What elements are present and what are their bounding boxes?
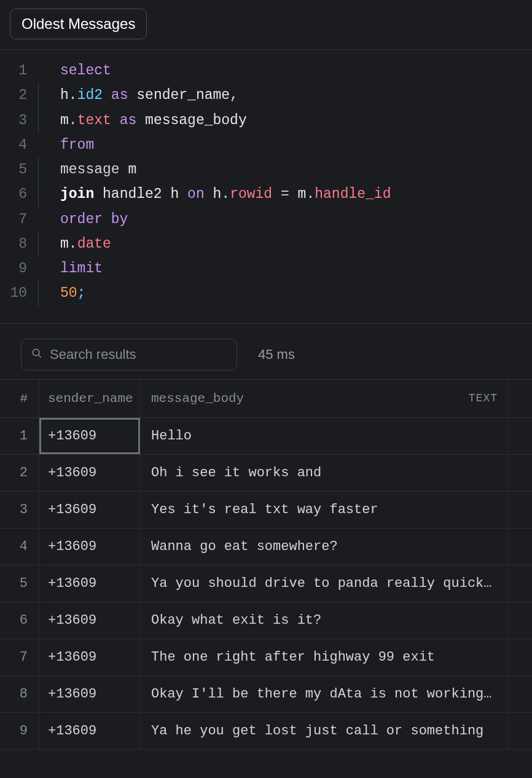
header: Oldest Messages [0,0,532,49]
table-row[interactable]: 3+13609Yes it's real txt way faster [0,492,532,528]
cell-index: 1 [0,418,39,454]
code-content: from [60,133,94,157]
cell-message[interactable]: The one right after highway 99 exit [140,639,507,675]
table-row[interactable]: 6+13609Okay what exit is it? [0,602,532,639]
cell-sender[interactable]: +13609 [39,713,140,749]
svg-point-0 [33,349,39,356]
code-content: h.id2 as sender_name, [60,83,238,108]
code-line[interactable]: 3m.text as message_body [0,108,532,133]
cell-sender[interactable]: +13609 [39,528,140,565]
table-row[interactable]: 8+13609Okay I'll be there my dAta is not… [0,676,532,713]
sql-editor[interactable]: 1select2h.id2 as sender_name,3m.text as … [0,49,532,323]
table-row[interactable]: 4+13609Wanna go eat somewhere? [0,528,532,565]
cell-sender[interactable]: +13609 [39,418,140,454]
grid-header-row: # sender_name message_body TEXT [0,380,532,418]
code-content: select [60,58,111,83]
code-line[interactable]: 8m.date [0,232,532,256]
cell-sender[interactable]: +13609 [39,492,140,528]
indent-guide [38,281,60,305]
grid-gutter-right [507,676,532,712]
grid-gutter-right [507,565,532,602]
cell-index: 7 [0,639,39,675]
col-header-message-label: message_body [151,391,244,406]
grid-gutter-right [507,602,532,639]
cell-message[interactable]: Yes it's real txt way faster [140,492,507,528]
col-type-badge: TEXT [469,392,498,404]
code-line[interactable]: 6join handle2 h on h.rowid = m.handle_id [0,182,532,206]
svg-line-1 [38,355,41,358]
cell-sender[interactable]: +13609 [39,676,140,712]
line-number: 10 [0,281,38,305]
code-content: 50; [60,281,85,305]
table-row[interactable]: 1+13609Hello [0,418,532,455]
cell-message[interactable]: Hello [140,418,507,454]
code-content: join handle2 h on h.rowid = m.handle_id [60,182,391,206]
indent-guide [38,182,60,206]
line-number: 9 [0,256,38,281]
line-number: 3 [0,108,38,133]
col-header-sender[interactable]: sender_name [39,380,140,417]
table-row[interactable]: 9+13609Ya he you get lost just call or s… [0,713,532,750]
indent-guide [38,83,60,108]
cell-sender[interactable]: +13609 [39,639,140,675]
search-icon [31,347,42,363]
code-line[interactable]: 5message m [0,157,532,182]
cell-message[interactable]: Wanna go eat somewhere? [140,528,507,565]
query-timing: 45 ms [258,347,295,363]
cell-message[interactable]: Okay I'll be there my dAta is not workin… [140,676,507,712]
code-line[interactable]: 1050; [0,281,532,305]
search-results-input[interactable]: Search results [21,339,237,371]
line-number: 8 [0,232,38,256]
grid-gutter-right [507,528,532,565]
indent-guide [38,232,60,256]
indent-guide [38,108,60,133]
cell-index: 9 [0,713,39,749]
indent-guide [38,157,60,182]
code-line[interactable]: 7order by [0,207,532,232]
cell-index: 8 [0,676,39,712]
cell-message[interactable]: Okay what exit is it? [140,602,507,639]
line-number: 6 [0,182,38,206]
tab-oldest-messages[interactable]: Oldest Messages [10,9,147,39]
col-header-message[interactable]: message_body TEXT [140,380,507,417]
cell-message[interactable]: Ya he you get lost just call or somethin… [140,713,507,749]
table-row[interactable]: 7+13609The one right after highway 99 ex… [0,639,532,676]
code-content: message m [60,157,136,182]
table-row[interactable]: 2+13609Oh i see it works and [0,455,532,492]
cell-index: 2 [0,455,39,491]
cell-message[interactable]: Oh i see it works and [140,455,507,491]
code-content: order by [60,207,128,232]
results-toolbar: Search results 45 ms [0,323,532,379]
cell-message[interactable]: Ya you should drive to panda really quic… [140,565,507,602]
cell-sender[interactable]: +13609 [39,455,140,491]
line-number: 1 [0,58,38,83]
code-line[interactable]: 4from [0,133,532,157]
cell-index: 6 [0,602,39,639]
grid-gutter-right [507,492,532,528]
grid-gutter-right [507,639,532,675]
grid-gutter-right [507,713,532,749]
cell-index: 4 [0,528,39,565]
code-content: m.date [60,232,111,256]
results-grid[interactable]: # sender_name message_body TEXT 1+13609H… [0,379,532,750]
code-line[interactable]: 1select [0,58,532,83]
code-content: limit [60,256,103,281]
grid-gutter-right [507,418,532,454]
search-placeholder: Search results [50,347,136,363]
line-number: 2 [0,83,38,108]
cell-index: 5 [0,565,39,602]
grid-gutter-right [507,455,532,491]
code-line[interactable]: 2h.id2 as sender_name, [0,83,532,108]
code-content: m.text as message_body [60,108,247,133]
code-line[interactable]: 9limit [0,256,532,281]
line-number: 5 [0,157,38,182]
cell-sender[interactable]: +13609 [39,565,140,602]
cell-sender[interactable]: +13609 [39,602,140,639]
table-row[interactable]: 5+13609Ya you should drive to panda real… [0,565,532,602]
line-number: 4 [0,133,38,157]
line-number: 7 [0,207,38,232]
cell-index: 3 [0,492,39,528]
col-header-index[interactable]: # [0,380,39,417]
grid-gutter-right [507,380,532,417]
